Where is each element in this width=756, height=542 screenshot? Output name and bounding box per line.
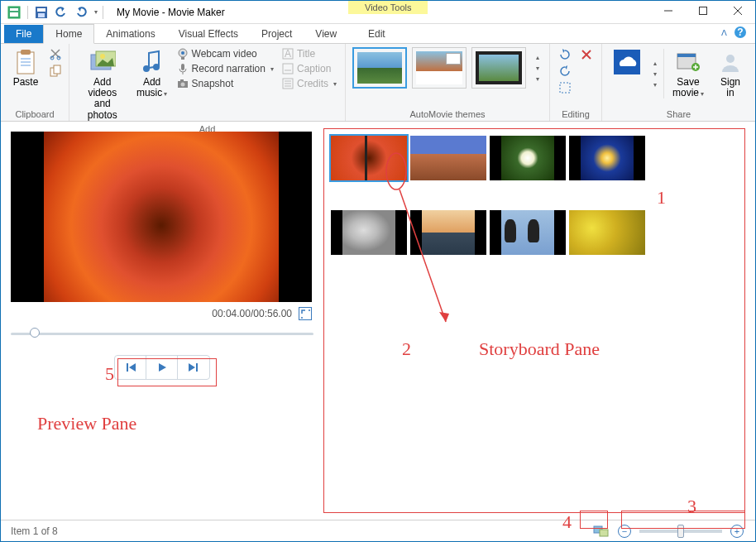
select-all-icon [558,81,572,94]
clipboard-label: Clipboard [7,108,62,119]
share-scroll-down-icon[interactable]: ▾ [653,70,657,78]
group-clipboard: Paste Clipboard [1,44,69,121]
zoom-in-button[interactable]: + [730,525,744,538]
svg-rect-13 [21,50,31,55]
rotate-right-icon [558,65,572,78]
tab-file[interactable]: File [4,25,43,43]
themes-scroll-down-icon[interactable]: ▾ [536,65,539,72]
svg-rect-5 [38,13,45,17]
snapshot-button[interactable]: Snapshot [175,77,275,90]
onedrive-button[interactable] [609,47,645,77]
svg-rect-1 [10,8,18,11]
share-label: Share [609,108,749,119]
svg-rect-4 [37,8,45,12]
svg-point-23 [100,54,105,59]
photos-icon [89,49,116,75]
clip-5[interactable] [331,210,407,255]
title-text: My Movie - Movie Maker [117,7,225,18]
ribbon-collapse-icon[interactable]: ᐱ [721,28,727,37]
sign-in-button[interactable]: Sign in [712,47,749,100]
undo-icon[interactable] [53,4,69,21]
rotate-right-button[interactable] [557,64,573,79]
svg-rect-47 [677,54,696,57]
quick-access-toolbar: ▾ [1,4,110,21]
theme-2[interactable] [412,47,467,89]
themes-more-icon[interactable]: ▾ [536,75,539,83]
clip-2[interactable] [410,136,486,180]
svg-point-25 [153,64,160,70]
themes-scroll-up-icon[interactable]: ▴ [536,54,539,61]
help-icon[interactable]: ? [734,26,747,39]
thumbnail-view-icon[interactable] [593,525,610,538]
group-share: ▴ ▾ ▾ Save movie▾ Sign in Share [602,44,755,121]
clip-4[interactable] [569,136,645,180]
svg-rect-12 [17,52,34,74]
theme-3[interactable] [471,47,526,89]
rotate-left-button[interactable] [557,47,573,62]
preview-pane: 00:04.00/00:56.00 [1,122,323,520]
camera-icon [177,78,189,89]
play-button[interactable] [146,356,178,379]
save-movie-button[interactable]: Save movie▾ [669,47,707,100]
paste-button[interactable]: Paste [7,47,44,89]
zoom-slider[interactable] [639,530,722,533]
sign-in-label: Sign in [720,77,740,98]
content-area: 00:04.00/00:56.00 [1,122,755,520]
clip-7[interactable] [490,210,566,255]
share-more-icon[interactable]: ▾ [653,81,657,89]
remove-button[interactable] [578,47,595,62]
seek-slider[interactable] [11,325,313,340]
app-icon[interactable] [6,4,22,21]
prev-frame-button[interactable] [115,356,146,379]
tab-visual-effects[interactable]: Visual Effects [167,25,250,43]
svg-point-32 [180,83,184,87]
clip-1[interactable] [331,136,407,180]
svg-text:?: ? [737,26,743,38]
fullscreen-icon[interactable] [299,307,312,320]
next-frame-button[interactable] [178,356,209,379]
preview-display[interactable] [11,132,312,302]
minimize-button[interactable] [651,1,686,21]
clip-3[interactable] [490,136,566,180]
clip-8[interactable] [569,210,645,255]
add-videos-button[interactable]: Add videos and photos [76,47,129,122]
cut-icon[interactable] [49,47,62,63]
group-add: Add videos and photos Add music▾ Webcam … [69,44,346,121]
copy-icon[interactable] [49,65,62,80]
tab-view[interactable]: View [304,25,348,43]
preview-image [44,132,279,302]
share-scroll-up-icon[interactable]: ▴ [653,60,657,67]
record-narration-button[interactable]: Record narration▾ [175,62,275,75]
select-all-button[interactable] [557,80,573,95]
qat-dropdown-icon[interactable]: ▾ [94,8,98,16]
title-icon: A [282,48,294,60]
caption-button[interactable]: Caption [280,62,338,75]
ribbon-tabs: File Home Animations Visual Effects Proj… [1,24,755,44]
maximize-button[interactable] [686,1,720,21]
title-button[interactable]: ATitle [280,47,338,60]
music-icon [139,49,165,75]
svg-rect-42 [560,83,570,93]
ribbon: Paste Clipboard Add videos and photos Ad… [1,44,755,122]
add-music-button[interactable]: Add music▾ [134,47,170,100]
zoom-out-button[interactable]: − [618,525,631,538]
clip-6[interactable] [410,210,486,255]
storyboard-pane [323,128,745,513]
rotate-left-icon [558,48,572,61]
svg-rect-2 [10,12,18,17]
paste-label: Paste [13,77,39,88]
tab-project[interactable]: Project [250,25,304,43]
credits-button[interactable]: Credits▾ [280,77,338,90]
tab-home[interactable]: Home [43,24,94,44]
user-icon [717,49,744,75]
tab-animations[interactable]: Animations [94,25,166,43]
tab-edit[interactable]: Edit [356,25,397,43]
redo-icon[interactable] [73,4,89,21]
webcam-button[interactable]: Webcam video [175,47,275,60]
theme-1[interactable] [352,47,407,89]
save-icon[interactable] [33,4,50,21]
svg-point-27 [181,51,184,55]
close-button[interactable] [720,1,755,21]
svg-point-24 [143,65,150,72]
delete-icon [580,48,593,61]
